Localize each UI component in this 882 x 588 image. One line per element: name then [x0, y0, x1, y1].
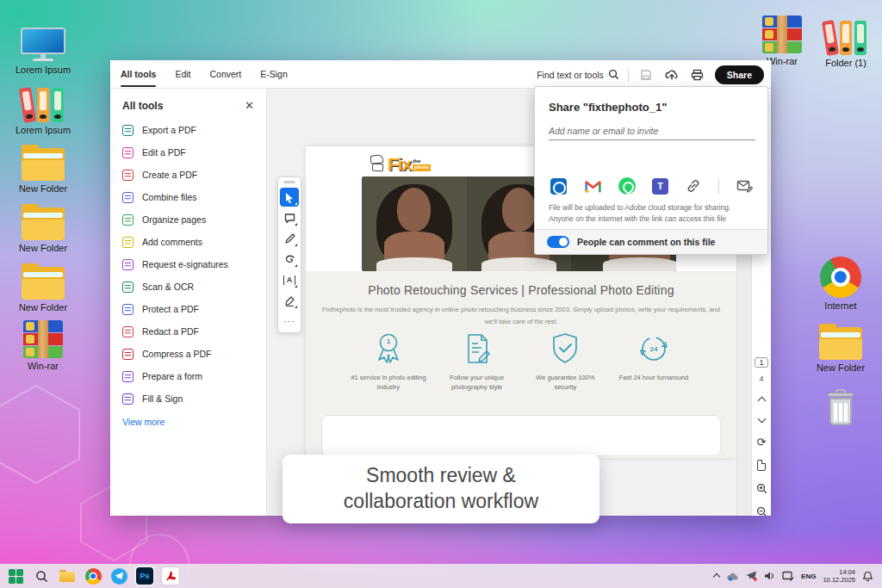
- desktop-icon-winrar-left[interactable]: Win-rar: [12, 319, 74, 371]
- sidebar-item-edit-pdf[interactable]: Edit a PDF: [110, 141, 266, 164]
- organize-pages-icon: [122, 214, 134, 226]
- document-checklist-icon: [458, 330, 496, 368]
- invite-input[interactable]: [549, 122, 755, 140]
- file-explorer-button[interactable]: [57, 566, 78, 586]
- divider: [718, 178, 719, 194]
- draw-tool[interactable]: [280, 229, 299, 248]
- desktop-icon-new-folder-2[interactable]: New Folder: [12, 201, 74, 253]
- desktop-icon-new-folder-right[interactable]: New Folder: [810, 320, 872, 373]
- desktop-icon-lorem-ipsum-2[interactable]: Lorem Ipsum: [12, 83, 74, 135]
- chrome-button[interactable]: [83, 566, 103, 586]
- telegram-tray-icon[interactable]: [746, 571, 757, 581]
- sidebar-item-prepare-form[interactable]: Prepare a form: [110, 365, 266, 387]
- sidebar-item-combine-files[interactable]: Combine files: [110, 186, 266, 208]
- acrobat-button[interactable]: [160, 566, 181, 586]
- save-icon[interactable]: [637, 66, 655, 84]
- page-view-icon: [757, 460, 766, 471]
- next-page-button[interactable]: [755, 416, 768, 424]
- combine-files-icon: [122, 192, 134, 203]
- teams-icon[interactable]: T: [652, 178, 668, 195]
- search-icon: [608, 69, 619, 80]
- winrar-icon: [762, 15, 802, 53]
- clock-24-icon: 24: [635, 330, 673, 368]
- tab-all-tools[interactable]: All tools: [121, 61, 156, 87]
- pen-display-icon[interactable]: [782, 571, 794, 581]
- page-number-box[interactable]: 1: [755, 357, 768, 368]
- gmail-icon[interactable]: [583, 176, 602, 195]
- cloud-upload-icon[interactable]: [663, 66, 680, 84]
- tab-edit[interactable]: Edit: [175, 61, 190, 87]
- fixthephoto-logo: Fix the photo: [369, 153, 431, 172]
- sidebar-item-label: Combine files: [142, 192, 197, 202]
- volume-icon[interactable]: [764, 571, 775, 581]
- desktop-icon-lorem-ipsum-1[interactable]: Lorem Ipsum: [12, 22, 74, 75]
- rotate-icon: ⟳: [757, 436, 767, 448]
- all-tools-sidebar: All tools ✕ Export a PDF Edit a PDF Crea…: [110, 89, 267, 516]
- email-invite-icon[interactable]: [735, 176, 754, 195]
- close-icon[interactable]: ✕: [245, 99, 254, 112]
- desktop-icon-new-folder-1[interactable]: New Folder: [12, 141, 74, 194]
- page-heading: Photo Retouching Services | Professional…: [306, 283, 736, 297]
- desktop-icon-winrar-right[interactable]: Win-rar: [751, 14, 813, 66]
- sidebar-item-protect-pdf[interactable]: Protect a PDF: [110, 298, 266, 320]
- desktop-icon-recycle-bin[interactable]: [810, 387, 872, 427]
- tab-convert[interactable]: Convert: [210, 61, 242, 87]
- comment-tool[interactable]: [280, 208, 299, 227]
- telegram-button[interactable]: [109, 566, 129, 586]
- zoom-out-button[interactable]: [755, 506, 768, 516]
- desktop-icon-new-folder-3[interactable]: New Folder: [12, 260, 74, 313]
- desktop-icon-folder-1[interactable]: Folder (1): [815, 15, 877, 68]
- compress-pdf-icon: [122, 349, 134, 360]
- zoom-in-button[interactable]: [755, 483, 768, 494]
- sidebar-item-create-pdf[interactable]: Create a PDF: [110, 164, 266, 186]
- copy-link-icon[interactable]: [684, 176, 703, 195]
- desktop-icon-internet[interactable]: Internet: [810, 258, 872, 311]
- comment-toggle[interactable]: [547, 236, 569, 248]
- onedrive-icon[interactable]: [726, 572, 739, 581]
- sidebar-item-label: Prepare a form: [142, 371, 202, 381]
- rotate-page-button[interactable]: ⟳: [755, 436, 768, 448]
- select-tool[interactable]: [280, 188, 299, 207]
- folder-icon: [819, 327, 862, 360]
- lasso-tool[interactable]: [280, 250, 299, 269]
- sidebar-item-compress-pdf[interactable]: Compress a PDF: [110, 343, 266, 365]
- sidebar-item-organize-pages[interactable]: Organize pages: [110, 208, 266, 231]
- sidebar-item-label: Fill & Sign: [142, 393, 183, 404]
- tab-e-sign[interactable]: E-Sign: [260, 61, 288, 87]
- photoshop-button[interactable]: Ps: [134, 566, 155, 586]
- tray-expand-chevron[interactable]: [714, 573, 719, 579]
- sidebar-item-scan-ocr[interactable]: Scan & OCR: [110, 275, 266, 298]
- drag-handle[interactable]: [283, 181, 295, 183]
- previous-page-button[interactable]: [755, 395, 768, 404]
- whatsapp-icon[interactable]: [618, 176, 637, 195]
- page-view-button[interactable]: [755, 460, 768, 471]
- outlook-icon[interactable]: [549, 176, 568, 195]
- badge-number: 1: [387, 337, 390, 345]
- shield-check-icon: [546, 330, 584, 368]
- clock-date: 10.12.2025: [823, 576, 855, 584]
- more-tools[interactable]: ···: [280, 312, 299, 331]
- sidebar-item-fill-sign[interactable]: Fill & Sign: [110, 387, 266, 410]
- share-button[interactable]: Share: [715, 65, 764, 84]
- text-select-tool[interactable]: A: [280, 270, 299, 289]
- find-text-button[interactable]: Find text or tools: [537, 69, 619, 80]
- clock-time: 14:04: [823, 568, 855, 576]
- print-icon[interactable]: [689, 66, 706, 84]
- monitor-icon: [21, 28, 65, 62]
- taskbar: Ps ENG 14:04 10.12.2025: [0, 564, 882, 588]
- notification-bell-icon[interactable]: [862, 571, 873, 582]
- fill-sign-tool[interactable]: [280, 291, 299, 310]
- start-button[interactable]: [5, 566, 26, 586]
- sidebar-item-request-esignatures[interactable]: Request e-signatures: [110, 253, 266, 275]
- language-indicator[interactable]: ENG: [801, 573, 816, 580]
- sidebar-item-redact-pdf[interactable]: Redact a PDF: [110, 320, 266, 343]
- page-info-band: Photo Retouching Services | Professional…: [306, 271, 736, 458]
- sidebar-item-label: Scan & OCR: [142, 282, 194, 292]
- taskbar-clock[interactable]: 14:04 10.12.2025: [823, 568, 855, 585]
- view-more-link[interactable]: View more: [110, 410, 266, 434]
- sidebar-item-export-pdf[interactable]: Export a PDF: [110, 119, 266, 141]
- sidebar-item-add-comments[interactable]: Add comments: [110, 231, 266, 253]
- badge-number: 24: [650, 345, 658, 353]
- caption-overlay: Smooth review & collaboration workflow: [283, 455, 599, 523]
- taskbar-search-button[interactable]: [31, 566, 52, 586]
